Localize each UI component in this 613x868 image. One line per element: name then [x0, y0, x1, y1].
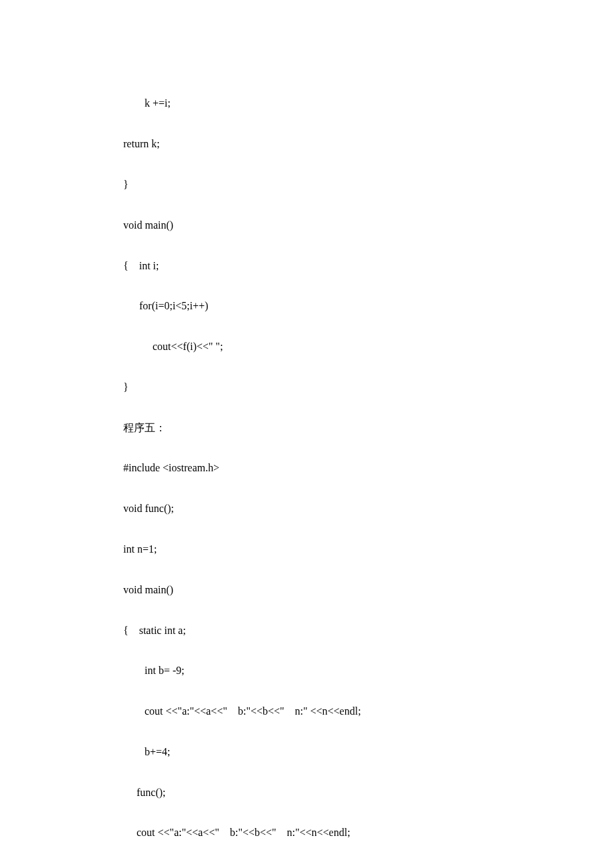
code-line: int b= -9;: [123, 661, 613, 681]
code-line: n+=10;: [123, 863, 613, 868]
code-line: for(i=0;i<5;i++): [123, 296, 613, 316]
code-line: cout<<f(i)<<" ";: [123, 337, 613, 357]
code-line: int n=1;: [123, 539, 613, 559]
code-line: 程序五：: [123, 418, 613, 438]
code-line: return k;: [123, 134, 613, 154]
code-line: { int i;: [123, 256, 613, 276]
document-page: k +=i; return k; } void main() { int i; …: [0, 0, 613, 868]
code-line: }: [123, 377, 613, 397]
code-line: cout <<"a:"<<a<<" b:"<<b<<" n:"<<n<<endl…: [123, 823, 613, 843]
code-line: void func();: [123, 499, 613, 519]
code-line: void main(): [123, 580, 613, 600]
code-line: #include <iostream.h>: [123, 458, 613, 478]
code-line: void main(): [123, 215, 613, 235]
code-line: b+=4;: [123, 742, 613, 762]
code-line: func();: [123, 783, 613, 803]
code-line: cout <<"a:"<<a<<" b:"<<b<<" n:" <<n<<end…: [123, 701, 613, 721]
code-line: k +=i;: [123, 93, 613, 113]
code-line: }: [123, 175, 613, 195]
code-line: { static int a;: [123, 621, 613, 641]
